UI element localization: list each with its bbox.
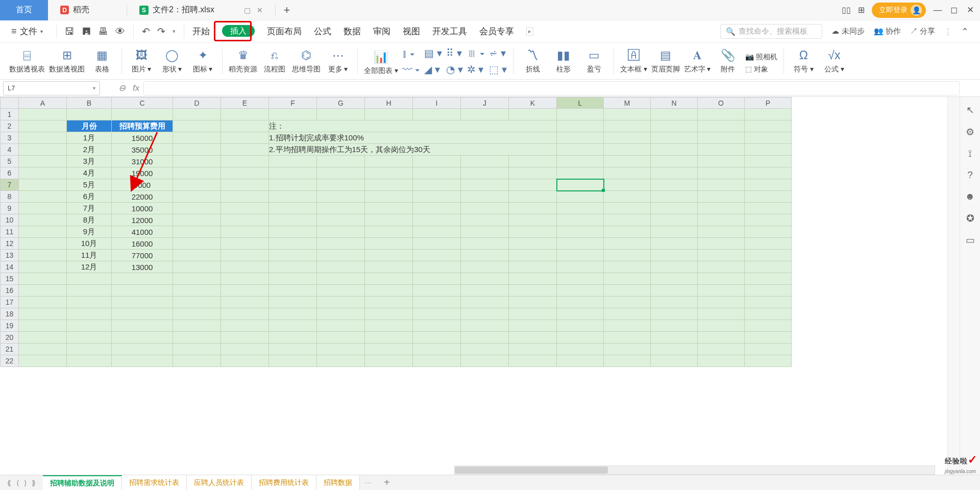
row[interactable]: 86月22000 xyxy=(1,191,792,203)
row[interactable]: 21 xyxy=(1,344,792,355)
sheet-tab[interactable]: 招聘费用统计表 xyxy=(252,475,316,491)
row[interactable]: 1 xyxy=(1,109,792,120)
ruler-icon[interactable]: ⟟ xyxy=(968,148,972,159)
sheet-next-icon[interactable]: ⟩ xyxy=(24,479,27,487)
row[interactable]: 2月份招聘预算费用注： xyxy=(1,120,792,132)
ribbon-attachment[interactable]: 📎附件 xyxy=(715,48,741,74)
tab-home[interactable]: 首页 xyxy=(0,0,48,20)
row[interactable]: 1412月13000 xyxy=(1,261,792,273)
window-close[interactable]: ✕ xyxy=(966,5,975,15)
ribbon-pivot-chart[interactable]: ⊞数据透视图 xyxy=(49,48,85,74)
cancel-fx-icon[interactable]: ⊖ xyxy=(118,83,126,93)
ribbon-sparkline[interactable]: 〽折线 xyxy=(520,48,546,74)
login-button[interactable]: 立即登录 👤 xyxy=(872,3,926,18)
sheet-tab[interactable]: 招聘需求统计表 xyxy=(122,475,187,491)
collapse-ribbon-icon[interactable]: ⌃ xyxy=(961,26,969,37)
tab-new[interactable]: + xyxy=(276,4,298,17)
ribbon-camera[interactable]: 📷 照相机 xyxy=(745,53,777,62)
row[interactable]: 1210月16000 xyxy=(1,238,792,250)
spreadsheet-grid[interactable]: ABC DEF GHI JK L MNOP 12月份招聘预算费用注：31月150… xyxy=(0,97,792,367)
ribbon-wordart[interactable]: 𝐀艺术字 ▾ xyxy=(684,48,711,74)
ribbon-column[interactable]: ▮▮柱形 xyxy=(550,48,577,74)
tab-close-icon[interactable]: ✕ xyxy=(257,6,263,14)
row[interactable]: 15 xyxy=(1,273,792,285)
tab-docer[interactable]: D 稻壳 xyxy=(48,0,127,20)
print-preview-icon[interactable]: 👁 xyxy=(115,26,125,37)
ribbon-flowchart[interactable]: ⎌流程图 xyxy=(261,48,288,74)
row[interactable]: 19 xyxy=(1,320,792,332)
print-icon[interactable]: 🖶 xyxy=(99,26,108,37)
menu-page-layout[interactable]: 页面布局 xyxy=(267,26,302,37)
menu-insert[interactable]: 插入 xyxy=(222,25,255,37)
row[interactable]: 75月9000 xyxy=(1,179,792,191)
chart-stock-icon[interactable]: ⫼ ▾ xyxy=(467,47,485,59)
ribbon-all-charts[interactable]: 📊全部图表 ▾ xyxy=(364,50,398,76)
sync-status[interactable]: ☁ 未同步 xyxy=(831,27,864,36)
save-as-icon[interactable]: 🖪 xyxy=(82,26,91,37)
sheet-first-icon[interactable]: ⟪ xyxy=(7,479,11,487)
menu-start[interactable]: 开始 xyxy=(192,26,210,37)
row[interactable]: 97月10000 xyxy=(1,203,792,214)
row[interactable]: 22 xyxy=(1,355,792,367)
chart-pie-icon[interactable]: ◔ ▾ xyxy=(446,63,463,76)
menu-review[interactable]: 审阅 xyxy=(373,26,390,37)
chart-bar-icon[interactable]: ▤ ▾ xyxy=(424,47,442,59)
menu-member[interactable]: 会员专享 xyxy=(479,26,514,37)
ribbon-formula[interactable]: √x公式 ▾ xyxy=(821,48,847,74)
save-icon[interactable]: 🖫 xyxy=(65,26,75,37)
share-button[interactable]: ↗ 分享 xyxy=(910,27,935,36)
menu-data[interactable]: 数据 xyxy=(344,26,361,37)
chart-line-icon[interactable]: 〰 ▾ xyxy=(402,64,421,76)
sheet-tab-active[interactable]: 招聘辅助数据及说明 xyxy=(43,475,122,491)
ribbon-symbol[interactable]: Ω符号 ▾ xyxy=(790,48,817,74)
sheet-tab[interactable]: 应聘人员统计表 xyxy=(187,475,252,491)
tab-document[interactable]: S 文件2： 招聘.xlsx ▢ ✕ xyxy=(127,0,275,20)
menu-more-icon[interactable]: ▸ xyxy=(526,27,533,36)
column-headers[interactable]: ABC DEF GHI JK L MNOP xyxy=(1,97,792,109)
ribbon-mindmap[interactable]: ⌬思维导图 xyxy=(292,48,321,74)
layout-grid-icon[interactable]: ⊞ xyxy=(858,5,865,15)
ribbon-picture[interactable]: 🖼图片 ▾ xyxy=(128,48,155,74)
tab-pin-icon[interactable]: ▢ xyxy=(244,6,251,14)
row[interactable]: 31月150001.招聘计划完成率要求100% xyxy=(1,132,792,144)
ribbon-more[interactable]: ⋯更多 ▾ xyxy=(325,48,351,74)
chart-surface-icon[interactable]: ⬚ ▾ xyxy=(489,63,507,76)
ribbon-shape[interactable]: ◯形状 ▾ xyxy=(159,48,185,74)
menu-formula[interactable]: 公式 xyxy=(314,26,331,37)
formula-bar[interactable] xyxy=(143,81,960,95)
undo-icon[interactable]: ↶ xyxy=(142,26,150,37)
chart-area-icon[interactable]: ◢ ▾ xyxy=(424,63,442,76)
sheet-last-icon[interactable]: ⟫ xyxy=(32,479,36,487)
chart-column-icon[interactable]: ⫿ ▾ xyxy=(402,48,421,60)
name-box[interactable]: L7 ▾ xyxy=(3,81,100,95)
window-maximize[interactable]: ◻ xyxy=(949,5,959,15)
fx-icon[interactable]: fx xyxy=(133,83,139,93)
sheet-more-icon[interactable]: ⋯ xyxy=(360,479,377,486)
sheet-prev-icon[interactable]: ⟨ xyxy=(16,479,19,487)
menu-dev-tools[interactable]: 开发工具 xyxy=(432,26,467,37)
collab-button[interactable]: 👥 协作 xyxy=(874,27,901,36)
ribbon-table[interactable]: ▦表格 xyxy=(89,48,115,74)
file-menu[interactable]: ≡ 文件 ▾ xyxy=(11,26,43,37)
select-icon[interactable]: ↖ xyxy=(966,104,974,116)
ribbon-winloss[interactable]: ▭盈亏 xyxy=(581,48,607,74)
ribbon-docer-resource[interactable]: ♛稻壳资源 xyxy=(229,48,257,74)
chart-scatter-icon[interactable]: ⠿ ▾ xyxy=(446,47,463,59)
ribbon-icon[interactable]: ✦图标 ▾ xyxy=(189,48,216,74)
chart-radar-icon[interactable]: ✲ ▾ xyxy=(467,63,485,76)
ribbon-header-footer[interactable]: ▤页眉页脚 xyxy=(651,48,680,74)
ribbon-pivot-table[interactable]: ⌸数据透视表 xyxy=(9,48,45,74)
row[interactable]: 108月12000 xyxy=(1,214,792,226)
vertical-scrollbar[interactable] xyxy=(947,97,960,475)
row[interactable]: 20 xyxy=(1,332,792,344)
ribbon-object[interactable]: ⬚ 对象 xyxy=(745,65,777,74)
row[interactable]: 1311月77000 xyxy=(1,250,792,261)
chart-combo-icon[interactable]: ⩫ ▾ xyxy=(489,47,507,59)
row[interactable]: 18 xyxy=(1,308,792,320)
settings-slider-icon[interactable]: ⚙ xyxy=(966,126,974,138)
row[interactable]: 119月41000 xyxy=(1,226,792,238)
row[interactable]: 64月19000 xyxy=(1,167,792,179)
robot-icon[interactable]: ☻ xyxy=(965,191,975,202)
row[interactable]: 42月350002.平均招聘周期操作工为15天，其余岗位为30天 xyxy=(1,144,792,156)
lightbulb-icon[interactable]: ✪ xyxy=(966,212,974,224)
